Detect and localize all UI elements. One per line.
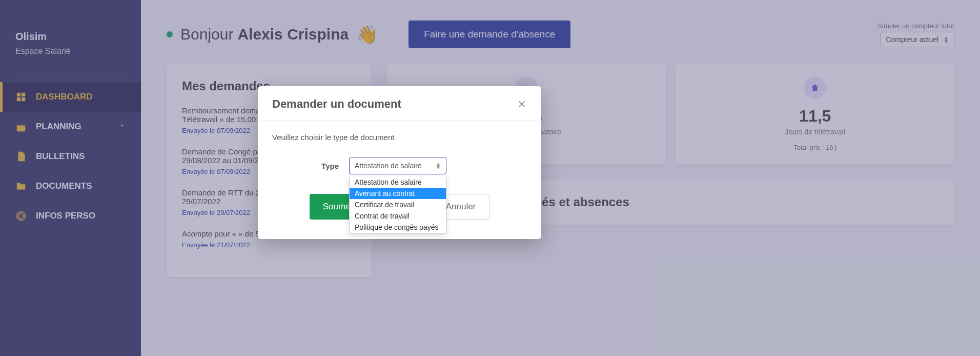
dropdown-option[interactable]: Contrat de travail [350, 210, 446, 222]
modal-header: Demander un document [258, 86, 541, 121]
type-dropdown-list: Attestation de salaire Avenant au contra… [349, 176, 446, 233]
type-selected-value: Attestation de salaire [355, 162, 422, 170]
type-form-row: Type Attestation de salaire ▲▼ Attestati… [272, 157, 527, 174]
modal-body: Veuillez choisir le type de document Typ… [258, 121, 541, 239]
close-icon[interactable] [517, 99, 527, 109]
dropdown-option[interactable]: Avenant au contrat [350, 188, 446, 199]
modal-title: Demander un document [272, 97, 401, 111]
type-label: Type [272, 162, 349, 170]
dropdown-option[interactable]: Certificat de travail [350, 199, 446, 210]
type-select-wrap: Attestation de salaire ▲▼ Attestation de… [349, 157, 446, 174]
dropdown-option[interactable]: Attestation de salaire [350, 176, 446, 188]
modal-intro-text: Veuillez choisir le type de document [272, 133, 527, 142]
type-select[interactable]: Attestation de salaire ▲▼ [349, 157, 446, 174]
request-document-modal: Demander un document Veuillez choisir le… [258, 86, 541, 239]
select-arrows-icon: ▲▼ [436, 162, 441, 169]
dropdown-option[interactable]: Politique de congés payés [350, 222, 446, 233]
